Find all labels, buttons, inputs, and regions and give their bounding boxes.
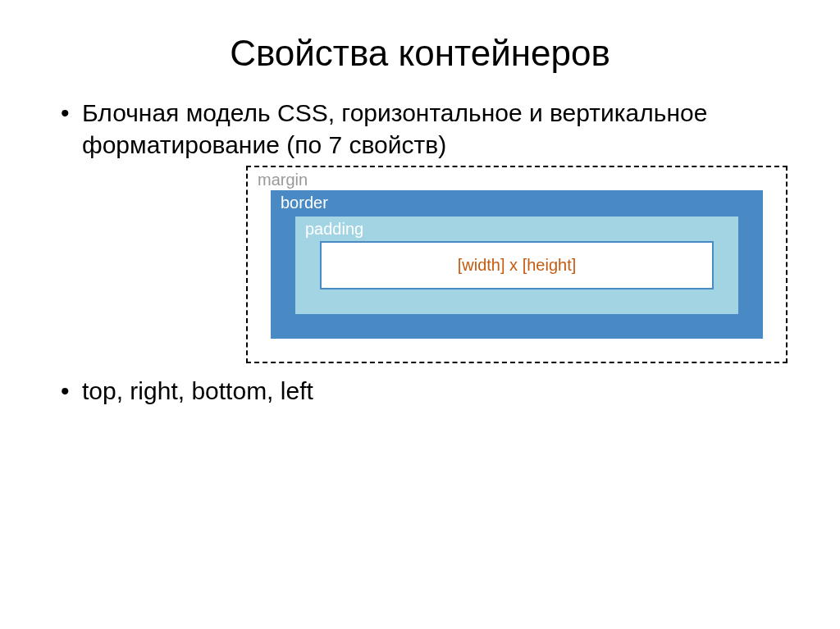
content-layer: [width] x [height] — [320, 241, 714, 289]
margin-label: margin — [258, 171, 308, 189]
slide-title: Свойства контейнеров — [49, 33, 791, 74]
border-label: border — [281, 194, 328, 212]
border-layer: border padding [width] x [height] — [271, 190, 763, 339]
bullet-item-first: Блочная модель CSS, горизонтальное и вер… — [57, 97, 791, 161]
bullet-item-second: top, right, bottom, left — [57, 375, 791, 407]
box-model-diagram: margin border padding [width] x [height] — [246, 166, 791, 363]
margin-layer: margin border padding [width] x [height] — [246, 166, 788, 363]
bullet-list: Блочная модель CSS, горизонтальное и вер… — [49, 97, 791, 161]
padding-layer: padding [width] x [height] — [295, 217, 738, 314]
bullet-list-2: top, right, bottom, left — [49, 375, 791, 407]
content-label: [width] x [height] — [458, 256, 577, 274]
padding-label: padding — [305, 220, 363, 239]
